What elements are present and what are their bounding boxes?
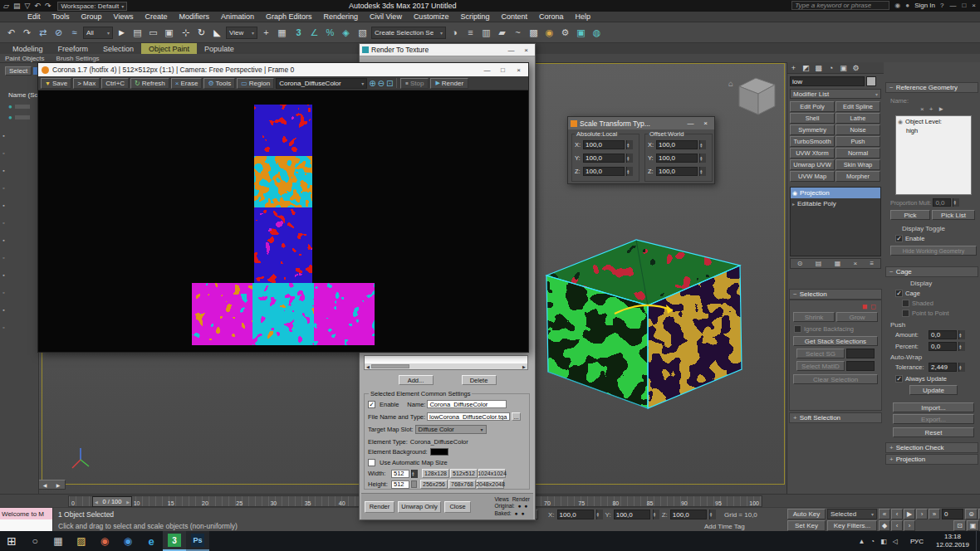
menu-item[interactable]: Civil View <box>364 12 408 22</box>
undo-icon[interactable]: ↶ <box>3 25 19 41</box>
motion-tab-icon[interactable]: ◔ <box>825 62 837 73</box>
explorer-tool-icon[interactable]: ▫ <box>2 290 4 295</box>
absolute-x-field[interactable]: 100,0 <box>583 140 625 149</box>
modifier-button[interactable]: Noise <box>835 124 880 135</box>
width-spinner[interactable] <box>411 470 418 478</box>
point-to-point-checkbox[interactable] <box>902 310 909 317</box>
ribbon-tab-freeform[interactable]: Freeform <box>51 43 96 54</box>
explorer-row[interactable]: ● <box>8 114 30 121</box>
reset-button[interactable]: Reset <box>893 427 974 437</box>
redo-icon[interactable]: ↷ <box>45 2 51 10</box>
absolute-y-spinner[interactable] <box>626 154 633 163</box>
modifier-button[interactable]: UVW Map <box>790 171 835 182</box>
zoom-extents-icon[interactable]: ⊡ <box>953 520 966 531</box>
ribbon-panel-brush-settings[interactable]: Brush Settings <box>56 55 100 62</box>
coord-x-field[interactable]: 100,0 <box>557 510 594 519</box>
modifier-button[interactable]: Symmetry <box>790 124 835 135</box>
display-tab-icon[interactable]: ▣ <box>837 62 850 73</box>
selection-set-dropdown[interactable]: Selected ▾ <box>827 509 877 519</box>
menu-item[interactable]: Group <box>76 12 108 22</box>
angle-snap-icon[interactable]: ∠ <box>306 25 322 41</box>
explorer-column-header[interactable]: Name (So <box>8 91 38 99</box>
viewcube[interactable]: ⌂ <box>727 71 785 124</box>
update-button[interactable]: Update <box>909 385 958 395</box>
open-file-icon[interactable]: ▤ <box>13 2 21 10</box>
scroll-right-icon[interactable]: ▶ <box>521 364 527 369</box>
volume-icon[interactable]: ◁ <box>893 538 898 545</box>
original-views-radio[interactable]: ● <box>518 503 522 510</box>
save-file-icon[interactable]: ▽ <box>24 2 30 10</box>
amount-field[interactable]: 0,0 <box>929 330 957 339</box>
erase-button[interactable]: × Erase <box>171 78 203 89</box>
start-render-button[interactable]: ▶ Render <box>430 78 468 89</box>
element-name-field[interactable]: Corona_DiffuseColor <box>427 400 507 408</box>
add-element-button[interactable]: Add... <box>399 375 434 385</box>
close-button[interactable]: Close <box>444 501 471 513</box>
time-slider-handle[interactable]: ◀ 0 / 100 ▶ <box>92 496 132 507</box>
rtt-element-list[interactable]: ◀ ▶ <box>364 355 528 370</box>
percent-spinner[interactable] <box>958 342 965 351</box>
absolute-z-spinner[interactable] <box>626 167 633 176</box>
proportion-mult-field[interactable]: 0,0 <box>933 198 951 207</box>
ribbon-tab-selection[interactable]: Selection <box>96 43 141 54</box>
add-time-tag-label[interactable]: Add Time Tag <box>704 523 745 530</box>
baked-views-radio[interactable]: ● <box>515 510 518 517</box>
reference-coordsys-dropdown[interactable]: View ▾ <box>226 27 257 39</box>
map-size-button[interactable]: 512x512 <box>450 469 478 478</box>
grow-button[interactable]: Grow <box>836 312 878 322</box>
explorer-tool-icon[interactable]: ▪ <box>2 237 4 243</box>
modifier-button[interactable]: Lathe <box>835 113 880 124</box>
current-frame-field[interactable]: 0 <box>942 509 963 519</box>
help-icon[interactable]: ? <box>940 2 943 9</box>
edge-icon[interactable]: e <box>140 531 163 551</box>
pick-list-button[interactable]: Pick List <box>932 210 975 220</box>
map-size-button[interactable]: 128x128 <box>422 469 449 478</box>
go-to-start-icon[interactable]: « <box>879 509 890 519</box>
edit-named-selections-icon[interactable]: ▧ <box>355 25 370 41</box>
named-selection-dropdown[interactable]: Create Selection Se ▾ <box>371 27 446 39</box>
stop-render-button[interactable]: ■ Stop <box>400 78 429 89</box>
hierarchy-tab-icon[interactable]: ▩ <box>812 62 825 73</box>
shaded-checkbox[interactable] <box>902 300 909 307</box>
set-key-button[interactable]: Set Key <box>787 520 826 531</box>
mirror-icon[interactable]: ◑ <box>447 25 463 41</box>
clear-selection-button[interactable]: Clear Selection <box>793 374 878 384</box>
language-indicator[interactable]: РУС <box>904 538 929 545</box>
window-crossing-icon[interactable]: ▣ <box>161 25 177 41</box>
tolerance-field[interactable]: 2,449 <box>929 363 957 372</box>
coord-y-spinner[interactable] <box>653 510 659 519</box>
ribbon-panel-paint-objects[interactable]: Paint Objects <box>5 55 45 62</box>
unlink-icon[interactable]: ⊘ <box>51 25 66 41</box>
region-button[interactable]: ▭ Region <box>237 78 274 89</box>
display-enable-checkbox[interactable] <box>895 235 903 242</box>
reference-item-high[interactable]: high <box>896 125 971 134</box>
layer-manager-icon[interactable]: ▥ <box>478 25 494 41</box>
select-link-icon[interactable]: ⇄ <box>35 25 51 41</box>
menu-item[interactable]: Graph Editors <box>260 12 318 22</box>
spinner-snap-icon[interactable]: ◈ <box>338 25 354 41</box>
render-production-icon[interactable]: ◍ <box>589 25 605 41</box>
modifier-button[interactable]: TurboSmooth <box>790 136 835 147</box>
explorer-tool-icon[interactable]: ▪ <box>2 168 4 173</box>
export-button[interactable]: Export... <box>893 414 974 424</box>
corona-title-bar[interactable]: Corona 1.7 (hotfix 4) | 512×512px (1:1) … <box>38 63 528 76</box>
modifier-button[interactable]: Edit Spline <box>835 101 880 112</box>
stack-row-projection[interactable]: ◉ Projection <box>791 188 880 198</box>
next-key-icon[interactable]: › <box>904 520 915 531</box>
curve-editor-icon[interactable]: ~ <box>510 25 526 41</box>
select-sg-button[interactable]: Select SG <box>796 349 845 358</box>
object-color-swatch[interactable] <box>866 76 876 86</box>
auto-map-size-checkbox[interactable] <box>368 459 375 466</box>
restore-icon[interactable]: □ <box>497 64 509 76</box>
next-frame-icon[interactable]: › <box>916 509 928 519</box>
menu-item[interactable]: Edit <box>22 12 47 22</box>
browse-button[interactable]: ... <box>512 412 521 421</box>
menu-item[interactable]: Rendering <box>318 12 365 22</box>
play-animation-icon[interactable]: ▶ <box>904 509 915 519</box>
modifier-button[interactable]: Edit Poly <box>790 101 835 112</box>
modifier-button[interactable]: Morpher <box>835 171 880 182</box>
object-name-field[interactable]: low <box>790 76 865 86</box>
select-tool-button[interactable]: Select <box>5 66 32 76</box>
make-unique-icon[interactable]: ▦ <box>835 260 841 267</box>
key-filters-button[interactable]: Key Filters... <box>827 520 877 531</box>
